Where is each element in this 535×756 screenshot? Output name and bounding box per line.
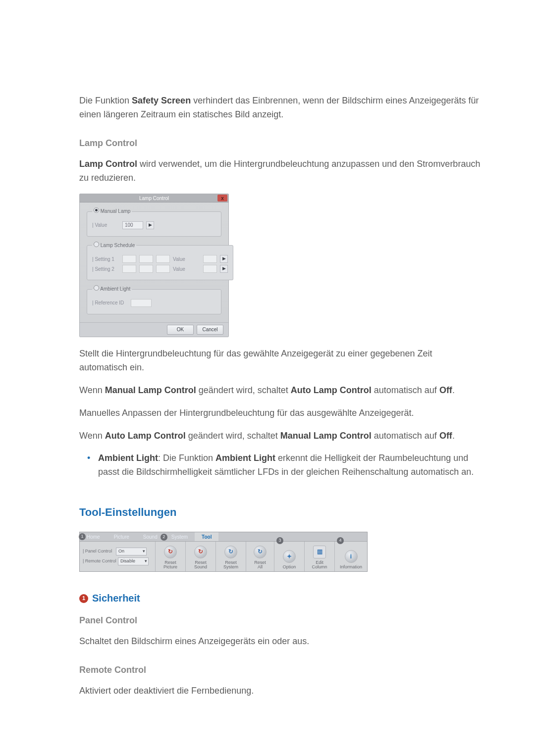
reset-system-button[interactable]: ↻ ResetSystem bbox=[216, 542, 246, 571]
lamp-control-heading: Lamp Control bbox=[79, 137, 481, 151]
tab-label: System bbox=[171, 533, 188, 541]
close-icon[interactable]: x bbox=[217, 195, 227, 202]
remote-control-label: | Remote Control bbox=[83, 558, 116, 565]
reset-sound-caption: ResetSound bbox=[194, 560, 207, 570]
tab-sound[interactable]: Sound 2 bbox=[136, 532, 164, 541]
setting1-apply-button[interactable]: ▶ bbox=[220, 255, 228, 263]
lamp-after-p2: Wenn Manual Lamp Control geändert wird, … bbox=[79, 384, 481, 398]
option-button[interactable]: 3 ✦ Option bbox=[274, 542, 305, 571]
ok-button[interactable]: OK bbox=[167, 325, 194, 335]
setting2-spin-a[interactable] bbox=[122, 265, 136, 273]
remote-control-body: Aktiviert oder deaktiviert die Fernbedie… bbox=[79, 684, 481, 698]
badge-2: 2 bbox=[160, 534, 167, 541]
text-bold: Off bbox=[439, 431, 452, 441]
information-button[interactable]: 4 i Information bbox=[335, 542, 367, 571]
edit-column-icon: ▥ bbox=[313, 546, 326, 558]
edit-column-button[interactable]: ▥ EditColumn bbox=[305, 542, 335, 571]
ambient-light-legend: Ambient Light bbox=[92, 285, 132, 293]
reset-all-button[interactable]: ↻ ResetAll bbox=[246, 542, 274, 571]
setting1-value-input[interactable] bbox=[203, 255, 217, 263]
lamp-after-p1: Stellt die Hintergrundbeleuchtung für da… bbox=[79, 347, 481, 375]
text: . bbox=[452, 385, 455, 395]
setting2-label: | Setting 2 bbox=[92, 265, 119, 273]
tab-home[interactable]: 1 Home bbox=[80, 532, 107, 541]
text: Die Funktion bbox=[79, 96, 132, 105]
reset-picture-button[interactable]: ↻ ResetPicture bbox=[156, 542, 186, 571]
reference-id-label: | Reference ID bbox=[92, 299, 128, 307]
reset-all-caption: ResetAll bbox=[254, 560, 266, 570]
lamp-schedule-radio[interactable] bbox=[94, 242, 99, 247]
information-caption: Information bbox=[340, 565, 362, 570]
panel-control-select[interactable]: On ▾ bbox=[116, 548, 147, 555]
text: Wenn bbox=[79, 431, 105, 441]
sicherheit-heading: 1 Sicherheit bbox=[79, 591, 481, 606]
tab-label: Home bbox=[87, 533, 100, 541]
lamp-schedule-legend-text: Lamp Schedule bbox=[101, 243, 135, 248]
text-bold: Off bbox=[439, 385, 452, 395]
tab-system[interactable]: System bbox=[164, 532, 195, 541]
setting1-spin-c[interactable] bbox=[156, 255, 170, 263]
ambient-light-radio[interactable] bbox=[94, 285, 99, 291]
text: wird verwendet, um die Hintergrundbeleuc… bbox=[79, 159, 480, 183]
dialog-title: Lamp Control bbox=[139, 195, 169, 202]
tab-label: Sound bbox=[143, 533, 158, 541]
text: : Die Funktion bbox=[158, 453, 215, 463]
text: geändert wird, schaltet bbox=[186, 431, 280, 441]
setting2-value-input[interactable] bbox=[203, 265, 217, 273]
text-bold: Ambient Light bbox=[215, 453, 275, 463]
lamp-after-p4: Wenn Auto Lamp Control geändert wird, sc… bbox=[79, 429, 481, 443]
option-icon: ✦ bbox=[283, 550, 296, 563]
dialog-footer: OK Cancel bbox=[80, 322, 228, 337]
lamp-control-bold: Lamp Control bbox=[79, 159, 137, 169]
panel-control-value: On bbox=[118, 548, 124, 555]
badge-3: 3 bbox=[276, 537, 283, 544]
badge-1: 1 bbox=[79, 533, 86, 540]
setting2-apply-button[interactable]: ▶ bbox=[220, 265, 228, 273]
lamp-control-dialog: Lamp Control x Manual Lamp | Value 100 ▶… bbox=[79, 194, 229, 337]
tool-einstellungen-heading: Tool-Einstellungen bbox=[79, 504, 481, 521]
reset-picture-caption: ResetPicture bbox=[163, 560, 177, 570]
manual-lamp-legend: Manual Lamp bbox=[92, 207, 132, 215]
tab-picture[interactable]: Picture bbox=[107, 532, 136, 541]
manual-lamp-radio[interactable] bbox=[94, 207, 99, 213]
panel-control-label: | Panel Control bbox=[83, 548, 114, 555]
manual-lamp-apply-button[interactable]: ▶ bbox=[146, 221, 154, 229]
sicherheit-number-badge: 1 bbox=[79, 594, 88, 603]
setting1-value-label: Value bbox=[173, 255, 200, 263]
manual-lamp-value-label: | Value bbox=[92, 221, 119, 229]
setting1-spin-b[interactable] bbox=[139, 255, 153, 263]
setting1-spin-a[interactable] bbox=[122, 255, 136, 263]
text-bold: Ambient Light bbox=[98, 453, 158, 463]
tab-tool[interactable]: Tool bbox=[195, 532, 218, 541]
setting1-label: | Setting 1 bbox=[92, 255, 119, 263]
tab-label: Picture bbox=[114, 533, 129, 541]
tab-label: Tool bbox=[202, 533, 212, 541]
setting2-spin-b[interactable] bbox=[139, 265, 153, 273]
ribbon-tabs: 1 Home Picture Sound 2 System Tool bbox=[80, 532, 367, 542]
panel-control-body: Schaltet den Bildschirm eines Anzeigeger… bbox=[79, 635, 481, 649]
text: automatisch auf bbox=[372, 385, 439, 395]
reset-sound-button[interactable]: ↻ ResetSound bbox=[186, 542, 216, 571]
reset-all-icon: ↻ bbox=[254, 546, 267, 558]
edit-column-caption: EditColumn bbox=[312, 560, 327, 570]
text: . bbox=[452, 431, 455, 441]
text: Wenn bbox=[79, 385, 105, 395]
reset-system-caption: ResetSystem bbox=[223, 560, 238, 570]
cancel-button[interactable]: Cancel bbox=[197, 325, 223, 335]
information-icon: i bbox=[345, 550, 358, 563]
ambient-light-group: Ambient Light | Reference ID bbox=[87, 285, 221, 314]
lamp-schedule-legend: Lamp Schedule bbox=[92, 242, 136, 250]
text: automatisch auf bbox=[372, 431, 439, 441]
setting2-value-label: Value bbox=[173, 265, 200, 273]
remote-control-heading: Remote Control bbox=[79, 663, 481, 677]
ambient-light-bullet: Ambient Light: Die Funktion Ambient Ligh… bbox=[98, 452, 481, 479]
security-panel: | Panel Control On ▾ | Remote Control Di… bbox=[80, 542, 156, 571]
reference-id-select[interactable] bbox=[131, 299, 152, 307]
safety-screen-paragraph: Die Funktion Safety Screen verhindert da… bbox=[79, 94, 481, 122]
manual-lamp-value-input[interactable]: 100 bbox=[122, 221, 143, 229]
setting2-spin-c[interactable] bbox=[156, 265, 170, 273]
text: geändert wird, schaltet bbox=[196, 385, 291, 395]
remote-control-select[interactable]: Disable ▾ bbox=[118, 557, 149, 565]
panel-control-heading: Panel Control bbox=[79, 614, 481, 628]
dialog-titlebar: Lamp Control x bbox=[80, 194, 228, 202]
